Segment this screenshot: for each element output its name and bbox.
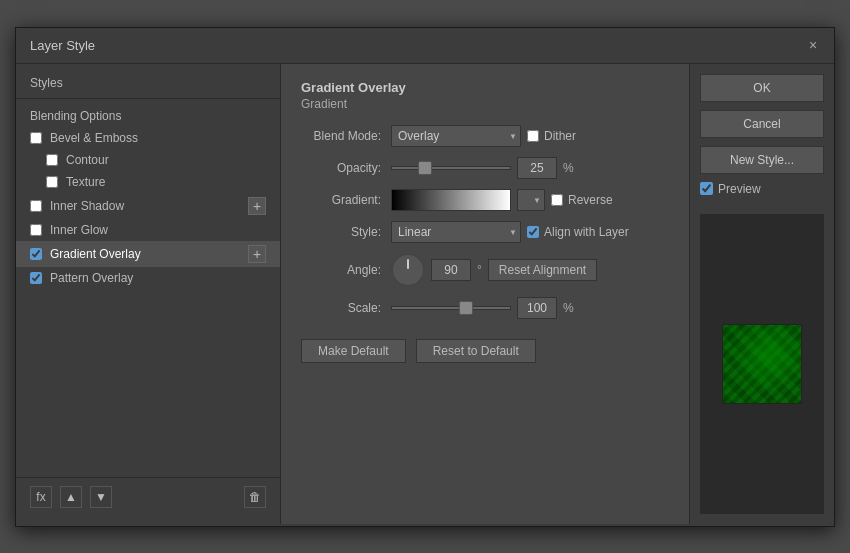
bevel-emboss-checkbox[interactable]: [30, 132, 42, 144]
move-up-button[interactable]: ▲: [60, 486, 82, 508]
texture-checkbox[interactable]: [46, 176, 58, 188]
opacity-unit: %: [563, 161, 574, 175]
contour-checkbox[interactable]: [46, 154, 58, 166]
sidebar-item-contour[interactable]: Contour: [16, 149, 280, 171]
gradient-overlay-checkbox[interactable]: [30, 248, 42, 260]
gradient-dropdown-wrapper: [517, 189, 545, 211]
gradient-overlay-add-button[interactable]: +: [248, 245, 266, 263]
panel-subtitle: Gradient: [301, 97, 669, 111]
scale-unit: %: [563, 301, 574, 315]
cancel-button[interactable]: Cancel: [700, 110, 824, 138]
inner-shadow-checkbox[interactable]: [30, 200, 42, 212]
action-buttons: Make Default Reset to Default: [301, 339, 669, 363]
contour-label: Contour: [66, 153, 266, 167]
gradient-dropdown[interactable]: [517, 189, 545, 211]
bevel-emboss-label: Bevel & Emboss: [50, 131, 266, 145]
scale-slider[interactable]: [391, 306, 511, 310]
sidebar-item-pattern-overlay[interactable]: Pattern Overlay: [16, 267, 280, 289]
blend-mode-label: Blend Mode:: [301, 129, 391, 143]
gradient-control: Reverse: [391, 189, 613, 211]
preview-area: [700, 214, 824, 514]
pattern-overlay-checkbox[interactable]: [30, 272, 42, 284]
sidebar-item-inner-glow[interactable]: Inner Glow: [16, 219, 280, 241]
style-label: Style:: [301, 225, 391, 239]
close-button[interactable]: ×: [806, 38, 820, 52]
angle-row: Angle: ° Reset Alignment: [301, 253, 669, 287]
opacity-label: Opacity:: [301, 161, 391, 175]
scale-control: %: [391, 297, 574, 319]
style-row: Style: Linear Radial Angle Reflected Dia…: [301, 221, 669, 243]
delete-button[interactable]: 🗑: [244, 486, 266, 508]
fx-button[interactable]: fx: [30, 486, 52, 508]
sidebar-item-gradient-overlay[interactable]: Gradient Overlay +: [16, 241, 280, 267]
opacity-slider-container: [391, 157, 511, 179]
dialog-body: Styles Blending Options Bevel & Emboss C…: [16, 64, 834, 524]
reverse-checkbox[interactable]: [551, 194, 563, 206]
scale-slider-container: [391, 297, 511, 319]
sidebar-item-bevel-emboss[interactable]: Bevel & Emboss: [16, 127, 280, 149]
dither-checkbox[interactable]: [527, 130, 539, 142]
right-panel: OK Cancel New Style... Preview: [689, 64, 834, 524]
blend-mode-select-wrapper: Overlay Normal Multiply Screen: [391, 125, 521, 147]
dialog-title: Layer Style: [30, 38, 95, 53]
bottom-icons-bar: fx ▲ ▼ 🗑: [16, 477, 280, 516]
angle-label: Angle:: [301, 263, 391, 277]
gradient-overlay-label: Gradient Overlay: [50, 247, 248, 261]
left-panel: Styles Blending Options Bevel & Emboss C…: [16, 64, 281, 524]
sidebar-item-inner-shadow[interactable]: Inner Shadow +: [16, 193, 280, 219]
preview-label: Preview: [718, 182, 761, 196]
main-panel: Gradient Overlay Gradient Blend Mode: Ov…: [281, 64, 689, 524]
opacity-input[interactable]: [517, 157, 557, 179]
ok-button[interactable]: OK: [700, 74, 824, 102]
blend-mode-control: Overlay Normal Multiply Screen Dither: [391, 125, 576, 147]
sidebar-item-blending-options[interactable]: Blending Options: [16, 105, 280, 127]
layer-style-dialog: Layer Style × Styles Blending Options Be…: [15, 27, 835, 527]
align-layer-label: Align with Layer: [544, 225, 629, 239]
inner-shadow-add-button[interactable]: +: [248, 197, 266, 215]
inner-glow-label: Inner Glow: [50, 223, 266, 237]
opacity-slider[interactable]: [391, 166, 511, 170]
gradient-bar[interactable]: [391, 189, 511, 211]
reset-to-default-button[interactable]: Reset to Default: [416, 339, 536, 363]
style-select[interactable]: Linear Radial Angle Reflected Diamond: [391, 221, 521, 243]
styles-header: Styles: [16, 72, 280, 99]
angle-control: ° Reset Alignment: [391, 253, 597, 287]
opacity-control: %: [391, 157, 574, 179]
new-style-button[interactable]: New Style...: [700, 146, 824, 174]
reverse-label: Reverse: [568, 193, 613, 207]
move-down-button[interactable]: ▼: [90, 486, 112, 508]
opacity-row: Opacity: %: [301, 157, 669, 179]
style-control: Linear Radial Angle Reflected Diamond Al…: [391, 221, 629, 243]
align-layer-checkbox-label[interactable]: Align with Layer: [527, 225, 629, 239]
blend-mode-row: Blend Mode: Overlay Normal Multiply Scre…: [301, 125, 669, 147]
inner-shadow-label: Inner Shadow: [50, 199, 248, 213]
reset-alignment-button[interactable]: Reset Alignment: [488, 259, 597, 281]
title-bar: Layer Style ×: [16, 28, 834, 64]
align-layer-checkbox[interactable]: [527, 226, 539, 238]
blend-mode-select[interactable]: Overlay Normal Multiply Screen: [391, 125, 521, 147]
panel-title: Gradient Overlay: [301, 80, 669, 95]
scale-row: Scale: %: [301, 297, 669, 319]
pattern-overlay-label: Pattern Overlay: [50, 271, 266, 285]
gradient-bar-wrapper: [391, 189, 511, 211]
texture-label: Texture: [66, 175, 266, 189]
make-default-button[interactable]: Make Default: [301, 339, 406, 363]
dither-checkbox-label[interactable]: Dither: [527, 129, 576, 143]
angle-dial[interactable]: [391, 253, 425, 287]
dither-label: Dither: [544, 129, 576, 143]
scale-label: Scale:: [301, 301, 391, 315]
preview-checkbox-label[interactable]: Preview: [700, 182, 824, 196]
blending-options-label: Blending Options: [30, 109, 266, 123]
angle-input[interactable]: [431, 259, 471, 281]
preview-checkbox[interactable]: [700, 182, 713, 195]
reverse-checkbox-label[interactable]: Reverse: [551, 193, 613, 207]
preview-image: [722, 324, 802, 404]
gradient-row: Gradient: Reverse: [301, 189, 669, 211]
angle-unit: °: [477, 263, 482, 277]
sidebar-item-texture[interactable]: Texture: [16, 171, 280, 193]
inner-glow-checkbox[interactable]: [30, 224, 42, 236]
scale-input[interactable]: [517, 297, 557, 319]
style-select-wrapper: Linear Radial Angle Reflected Diamond: [391, 221, 521, 243]
gradient-label: Gradient:: [301, 193, 391, 207]
